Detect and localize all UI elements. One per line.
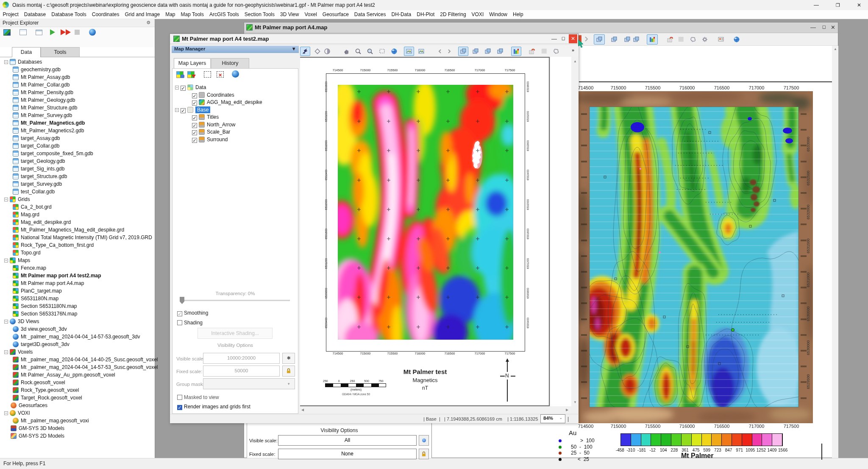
- svg-text:6531000: 6531000: [806, 272, 810, 287]
- svg-text:6530000: 6530000: [806, 340, 810, 355]
- svg-text:6530500: 6530500: [806, 306, 810, 321]
- svg-text:6532500: 6532500: [806, 170, 810, 185]
- svg-text:6529500: 6529500: [806, 374, 810, 389]
- svg-text:6532000: 6532000: [806, 204, 810, 219]
- svg-text:6533000: 6533000: [806, 137, 810, 151]
- svg-text:6531500: 6531500: [806, 238, 810, 253]
